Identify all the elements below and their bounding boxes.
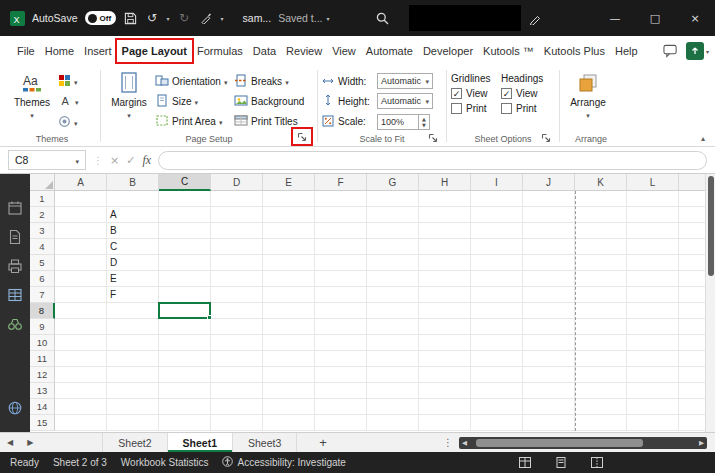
page-break-preview-button[interactable] <box>591 457 603 468</box>
cell-G7[interactable] <box>367 287 419 303</box>
cell-B2[interactable]: A <box>107 207 159 223</box>
cell-F9[interactable] <box>315 319 367 335</box>
cell-C10[interactable] <box>159 335 211 351</box>
workbook-statistics-button[interactable]: Workbook Statistics <box>121 457 209 468</box>
row-header-10[interactable]: 10 <box>30 335 55 351</box>
column-header-K[interactable]: K <box>575 174 627 191</box>
cell-C14[interactable] <box>159 399 211 415</box>
cell-D6[interactable] <box>211 271 263 287</box>
cell-A6[interactable] <box>55 271 107 287</box>
cell-C4[interactable] <box>159 239 211 255</box>
cell-G3[interactable] <box>367 223 419 239</box>
cell-B6[interactable]: E <box>107 271 159 287</box>
share-button[interactable]: ▾ <box>686 42 709 60</box>
cell-E11[interactable] <box>263 351 315 367</box>
table-icon[interactable] <box>7 287 23 303</box>
cell-H11[interactable] <box>419 351 471 367</box>
cell-H12[interactable] <box>419 367 471 383</box>
cell-E13[interactable] <box>263 383 315 399</box>
cell-H14[interactable] <box>419 399 471 415</box>
cell-I3[interactable] <box>471 223 523 239</box>
cell-G5[interactable] <box>367 255 419 271</box>
excel-app-icon[interactable]: X <box>10 11 25 26</box>
maximize-button[interactable]: □ <box>635 0 675 36</box>
cell-D5[interactable] <box>211 255 263 271</box>
select-all-corner[interactable] <box>30 174 55 191</box>
scale-spinner[interactable]: ▲▼ <box>419 114 430 130</box>
theme-colors-button[interactable] <box>56 72 81 91</box>
column-header-C[interactable]: C <box>159 174 211 191</box>
cell-H9[interactable] <box>419 319 471 335</box>
cell-K9[interactable] <box>575 319 627 335</box>
cell-J4[interactable] <box>523 239 575 255</box>
ink-pen-icon[interactable] <box>528 11 543 26</box>
printer-icon[interactable] <box>7 258 23 274</box>
cell-C13[interactable] <box>159 383 211 399</box>
save-icon[interactable] <box>123 11 138 26</box>
cell-K14[interactable] <box>575 399 627 415</box>
cell-K1[interactable] <box>575 191 627 207</box>
cell-B9[interactable] <box>107 319 159 335</box>
column-header-F[interactable]: F <box>315 174 367 191</box>
format-painter-icon[interactable] <box>199 11 214 26</box>
ribbon-tab-data[interactable]: Data <box>248 38 281 64</box>
cell-I15[interactable] <box>471 415 523 431</box>
cell-F7[interactable] <box>315 287 367 303</box>
margins-button[interactable]: Margins <box>105 69 153 132</box>
cell-A14[interactable] <box>55 399 107 415</box>
cell-D1[interactable] <box>211 191 263 207</box>
vertical-scrollbar[interactable] <box>705 174 715 432</box>
cell-J2[interactable] <box>523 207 575 223</box>
cell-I9[interactable] <box>471 319 523 335</box>
cell-L3[interactable] <box>627 223 679 239</box>
cell-L12[interactable] <box>627 367 679 383</box>
cell-I1[interactable] <box>471 191 523 207</box>
insert-function-icon[interactable]: fx <box>142 153 151 168</box>
cell-J11[interactable] <box>523 351 575 367</box>
cell-J9[interactable] <box>523 319 575 335</box>
cell-K12[interactable] <box>575 367 627 383</box>
ribbon-tab-page-layout[interactable]: Page Layout <box>117 38 192 64</box>
cell-D3[interactable] <box>211 223 263 239</box>
headings-view-checkbox[interactable]: View <box>501 88 551 99</box>
cell-A12[interactable] <box>55 367 107 383</box>
page-setup-dialog-launcher[interactable] <box>291 127 313 146</box>
column-header-A[interactable]: A <box>55 174 107 191</box>
theme-fonts-button[interactable]: A <box>56 92 81 111</box>
cell-K15[interactable] <box>575 415 627 431</box>
cell-D9[interactable] <box>211 319 263 335</box>
cell-L10[interactable] <box>627 335 679 351</box>
column-header-E[interactable]: E <box>263 174 315 191</box>
redo-button[interactable]: ↻ <box>177 11 192 26</box>
cell-I4[interactable] <box>471 239 523 255</box>
cell-L15[interactable] <box>627 415 679 431</box>
row-header-14[interactable]: 14 <box>30 399 55 415</box>
cell-G8[interactable] <box>367 303 419 319</box>
cell-K6[interactable] <box>575 271 627 287</box>
autosave-toggle[interactable]: Off <box>85 11 116 25</box>
cell-B14[interactable] <box>107 399 159 415</box>
cell-K7[interactable] <box>575 287 627 303</box>
row-header-2[interactable]: 2 <box>30 207 55 223</box>
ribbon-tab-developer[interactable]: Developer <box>418 38 478 64</box>
cell-L2[interactable] <box>627 207 679 223</box>
cell-D7[interactable] <box>211 287 263 303</box>
ribbon-tab-kutools[interactable]: Kutools ™ <box>478 38 539 64</box>
cell-H10[interactable] <box>419 335 471 351</box>
cell-K3[interactable] <box>575 223 627 239</box>
cell-H7[interactable] <box>419 287 471 303</box>
cell-A11[interactable] <box>55 351 107 367</box>
scale-input[interactable]: 100% <box>377 114 419 130</box>
active-cell-outline[interactable] <box>158 302 211 319</box>
cell-H1[interactable] <box>419 191 471 207</box>
background-button[interactable]: Background <box>232 91 312 111</box>
cell-D14[interactable] <box>211 399 263 415</box>
accessibility-status[interactable]: Accessibility: Investigate <box>222 456 345 469</box>
cell-F4[interactable] <box>315 239 367 255</box>
cell-H5[interactable] <box>419 255 471 271</box>
cell-F12[interactable] <box>315 367 367 383</box>
cell-L6[interactable] <box>627 271 679 287</box>
cell-J3[interactable] <box>523 223 575 239</box>
globe-icon[interactable] <box>7 400 23 416</box>
cell-J15[interactable] <box>523 415 575 431</box>
